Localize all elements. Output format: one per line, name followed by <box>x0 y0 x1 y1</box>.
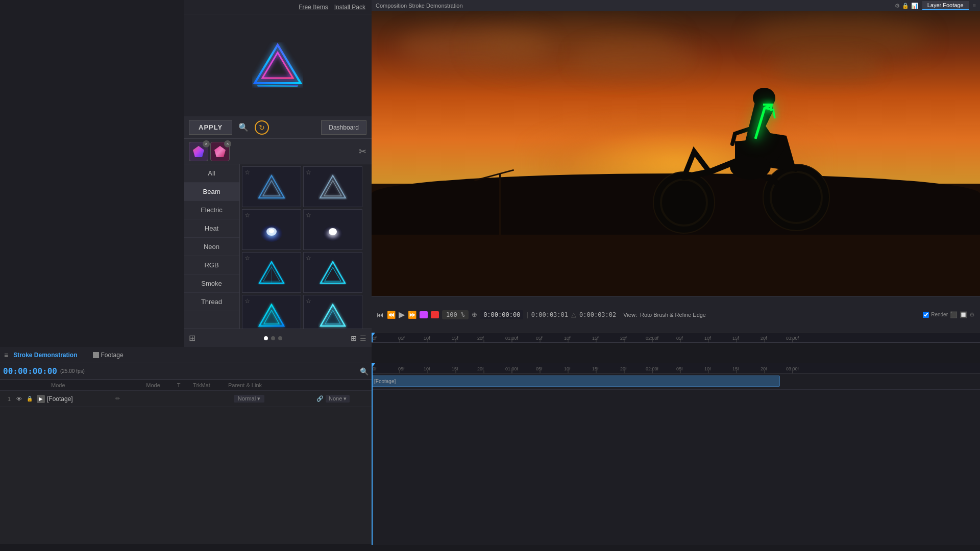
effect-cell-3[interactable]: ☆ <box>242 209 301 250</box>
svg-marker-21 <box>321 305 345 326</box>
star-btn-7[interactable]: ☆ <box>244 297 250 305</box>
star-btn-1[interactable]: ☆ <box>244 169 250 176</box>
clip-footage-1[interactable]: [Footage] <box>372 375 780 387</box>
effect-thumb-2 <box>318 173 348 200</box>
category-beam[interactable]: Beam <box>184 183 239 201</box>
col-trkmat: TrkMat <box>184 382 219 388</box>
step-back-button[interactable]: ⏪ <box>387 311 396 319</box>
titlebar-icon-2[interactable]: 🔒 <box>902 3 909 9</box>
plugin-controls: APPLY 🔍 ↻ Dashboard <box>184 116 372 139</box>
star-btn-3[interactable]: ☆ <box>244 212 250 219</box>
preset-gem2-icon <box>213 145 227 158</box>
expand-icon-button[interactable]: ⊞ <box>189 333 195 343</box>
category-all[interactable]: All <box>184 164 239 183</box>
preset-2-close[interactable]: × <box>224 140 231 147</box>
star-btn-5[interactable]: ☆ <box>244 255 250 262</box>
titlebar-tab-active[interactable]: Layer Footage <box>922 1 969 10</box>
titlebar-controls: ⚙ 🔒 📊 <box>895 3 918 9</box>
go-to-start-button[interactable]: ⏮ <box>377 311 384 319</box>
tl-playhead[interactable] <box>372 363 373 545</box>
star-btn-6[interactable]: ☆ <box>306 255 311 262</box>
track-mode-1[interactable]: Normal ▾ <box>234 395 264 403</box>
track-eye-1[interactable]: 👁 <box>16 396 24 402</box>
vc-icon-3[interactable]: ⚙ <box>969 311 975 318</box>
comp-hamburger[interactable]: ≡ <box>4 351 8 359</box>
install-pack-link[interactable]: Install Pack <box>334 4 365 11</box>
roto-brush-btn[interactable]: ⊕ <box>472 311 477 318</box>
zoom-percentage: 100 % <box>442 310 469 319</box>
render-checkbox[interactable] <box>923 312 929 318</box>
color-marker-2[interactable] <box>431 311 439 318</box>
grid-view-button[interactable]: ⊞ <box>351 334 357 342</box>
category-neon[interactable]: Neon <box>184 238 239 256</box>
vc-icon-1[interactable]: ⬛ <box>950 311 958 318</box>
svg-text:20f: 20f <box>477 336 484 341</box>
svg-marker-18 <box>325 267 341 281</box>
track-num-1: 1 <box>4 396 14 402</box>
svg-marker-17 <box>321 262 345 283</box>
dot-2[interactable] <box>271 336 275 340</box>
effect-cell-6[interactable]: ☆ <box>303 252 362 293</box>
grid-row-1: ☆ ☆ <box>242 166 370 207</box>
star-btn-4[interactable]: ☆ <box>306 212 311 219</box>
video-image <box>372 11 980 296</box>
preset-icon-1[interactable]: × <box>189 142 208 161</box>
titlebar-icon-1[interactable]: ⚙ <box>895 3 900 9</box>
track-col-headers: Mode Mode T TrkMat Parent & Link <box>0 380 372 391</box>
dashboard-button[interactable]: Dashboard <box>321 120 366 135</box>
vc-icon-2[interactable]: 🔲 <box>960 311 967 318</box>
table-row: 1 👁 🔒 ▶ [Footage] ✏ Normal ▾ 🔗 None ▾ <box>0 391 372 407</box>
list-view-button[interactable]: ☰ <box>360 334 366 342</box>
video-playhead[interactable] <box>372 333 373 343</box>
apply-button[interactable]: APPLY <box>189 120 232 135</box>
effect-thumb-7 <box>257 302 286 329</box>
current-timecode[interactable]: 0:00:00:00 <box>480 310 523 319</box>
tl-btn-search[interactable]: 🔍 <box>360 367 369 375</box>
time-display: 00:00:00:00 <box>3 366 57 376</box>
svg-text:20f: 20f <box>761 366 767 371</box>
out-point-timecode: 0:00:03:02 <box>579 311 616 318</box>
category-heat[interactable]: Heat <box>184 219 239 238</box>
grid-row-2: ☆ ☆ <box>242 209 370 250</box>
svg-text:0f: 0f <box>373 336 377 341</box>
play-button[interactable]: ▶ <box>399 310 405 319</box>
effect-cell-8[interactable]: ☆ <box>303 295 362 329</box>
category-rgb[interactable]: RGB <box>184 256 239 274</box>
footage-indicator: Footage <box>93 352 124 359</box>
svg-text:10f: 10f <box>564 336 571 341</box>
view-label-text: View: <box>623 312 637 318</box>
scissors-icon: ✂ <box>359 146 366 157</box>
dot-1[interactable] <box>264 336 268 340</box>
category-electric[interactable]: Electric <box>184 201 239 219</box>
preset-icon-2[interactable]: × <box>210 142 230 161</box>
scissors-button[interactable]: ✂ <box>359 146 366 157</box>
effect-thumb-8 <box>318 302 348 329</box>
color-marker-1[interactable] <box>420 311 428 318</box>
star-btn-2[interactable]: ☆ <box>306 169 311 176</box>
effect-cell-7[interactable]: ☆ <box>242 295 301 329</box>
track-rows: 1 👁 🔒 ▶ [Footage] ✏ Normal ▾ 🔗 None ▾ <box>0 391 372 544</box>
dot-3[interactable] <box>278 336 282 340</box>
track-parent-1: 🔗 None ▾ <box>316 395 368 403</box>
tl-track-1: [Footage] <box>372 373 980 390</box>
svg-text:05f: 05f <box>536 366 543 371</box>
effect-cell-4[interactable]: ☆ <box>303 209 362 250</box>
star-btn-8[interactable]: ☆ <box>306 297 311 305</box>
category-thread[interactable]: Thread <box>184 293 239 311</box>
svg-point-31 <box>730 154 771 180</box>
refresh-button[interactable]: ↻ <box>255 120 269 135</box>
category-smoke[interactable]: Smoke <box>184 274 239 293</box>
free-items-link[interactable]: Free Items <box>299 4 328 11</box>
search-icon-button[interactable]: 🔍 <box>236 120 251 134</box>
effect-cell-5[interactable]: ☆ <box>242 252 301 293</box>
svg-text:15f: 15f <box>452 336 458 341</box>
preset-1-close[interactable]: × <box>203 140 210 147</box>
svg-text:05f: 05f <box>676 336 683 341</box>
step-forward-button[interactable]: ⏩ <box>408 311 416 319</box>
titlebar-icon-3[interactable]: 📊 <box>911 3 918 9</box>
effect-cell-2[interactable]: ☆ <box>303 166 362 207</box>
svg-point-13 <box>329 228 337 235</box>
preset-icons-row: × × ✂ <box>184 139 372 164</box>
track-lock-1[interactable]: 🔒 <box>27 396 35 402</box>
effect-cell-1[interactable]: ☆ <box>242 166 301 207</box>
